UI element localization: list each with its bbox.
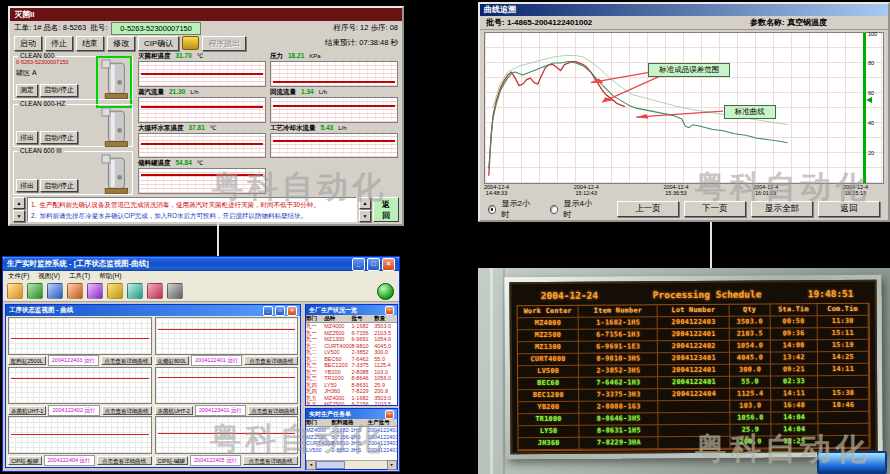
scale-marker-icon[interactable]: [866, 97, 872, 103]
next-page-button[interactable]: 下一页: [684, 201, 746, 217]
equipment-button[interactable]: 杀菌机UHT-1: [8, 406, 46, 415]
scroll-thumb[interactable]: [316, 461, 345, 469]
chart-icon[interactable]: [127, 283, 143, 299]
trend-plot: [138, 61, 266, 87]
trend-label: 蒸汽流量: [138, 88, 164, 97]
close-button[interactable]: ×: [385, 306, 394, 315]
new-doc-icon[interactable]: [7, 283, 23, 299]
radio-4h-label: 显示4小时: [563, 198, 597, 220]
start-stop-button[interactable]: 启动/停止: [40, 179, 78, 192]
mini-trend-chart: 压力 18.21 KPa: [270, 52, 398, 87]
panel-titlebar: 全厂生产状况一览 ×: [306, 305, 397, 315]
print-icon[interactable]: [167, 283, 183, 299]
trend-label: 压力: [270, 52, 283, 61]
y-tick: 60: [868, 90, 882, 96]
equipment-button[interactable]: CIP站-酸罐: [8, 456, 42, 465]
table-row[interactable]: LV500 2-3852-3HS 2004122401: [306, 447, 397, 454]
column-header: 批号: [351, 315, 374, 322]
equipment-button[interactable]: CIP站-碱罐: [155, 456, 189, 465]
led-board-photo: 2004-12-24 Processing Schedule 19:48:51 …: [478, 268, 890, 474]
start-stop-button[interactable]: 启动/停止: [40, 131, 78, 144]
detail-curve-button[interactable]: 点击查看详细曲线: [97, 456, 152, 465]
process-chart-cell: CIP站-酸罐 2004122404 运行 点击查看详细曲线: [8, 416, 152, 466]
detail-curve-button[interactable]: 点击查看详细曲线: [244, 356, 298, 365]
toolbar: [3, 281, 399, 302]
close-button[interactable]: ×: [287, 306, 297, 316]
control-button[interactable]: 启动: [14, 36, 42, 51]
x-axis-labels: 2004-12-4 14:48:33 2004-12-4 15:12:43 20…: [480, 184, 888, 198]
group-title: CLEAN 600: [18, 52, 56, 59]
control-button[interactable]: 修改: [107, 36, 135, 51]
scroll-down-button[interactable]: ▼: [13, 210, 25, 222]
process-chart-cell: 杀菌机UHT-1 2004122402 运行 点击查看详细曲线: [8, 367, 152, 417]
close-button[interactable]: ×: [385, 410, 394, 419]
measure-button[interactable]: 测定: [16, 84, 38, 97]
scroll-left-icon[interactable]: ◄: [306, 460, 316, 470]
prev-page-button[interactable]: 上一页: [617, 201, 679, 217]
tank-icon[interactable]: [98, 106, 130, 154]
show-all-button[interactable]: 显示全部: [751, 201, 813, 217]
process-trend-plot: [155, 416, 299, 454]
scroll-up-button[interactable]: ▲: [359, 197, 371, 209]
scroll-down-button[interactable]: ▼: [359, 210, 371, 222]
detail-curve-button[interactable]: 点击查看详细曲线: [102, 406, 152, 415]
process-trend-plot: [8, 317, 152, 355]
control-button[interactable]: 结束: [76, 36, 104, 51]
table-row[interactable]: 乳五 MZ2500 6-7156 2103.5: [306, 401, 397, 405]
scroll-up-button[interactable]: ▲: [13, 197, 25, 209]
xp-titlebar: 生产实时监控系统 - [工序状态监视图-曲线] _ □ ×: [3, 257, 399, 271]
equipment-button[interactable]: 化糖缸800L: [155, 356, 190, 365]
drain-button[interactable]: 排出: [16, 179, 38, 192]
trend-label: 大循环水泵温度: [138, 124, 184, 133]
return-button[interactable]: 返回: [373, 197, 399, 222]
search-icon[interactable]: [47, 283, 63, 299]
group-batch-note: 0-5263-52300007150: [16, 59, 90, 65]
radio-2h-label: 显示2小时: [501, 198, 535, 220]
trend-value: 18.21: [288, 52, 304, 59]
tank-icon[interactable]: [98, 58, 130, 106]
trend-line: [11, 378, 149, 379]
start-stop-button[interactable]: 启动/停止: [40, 84, 78, 97]
trend-value: 1.34: [301, 88, 314, 95]
maximize-button[interactable]: □: [275, 306, 285, 316]
alarm-lamp-icon: [182, 36, 199, 50]
control-button[interactable]: CIP确认: [138, 36, 179, 51]
scroll-right-icon[interactable]: ►: [387, 460, 397, 470]
alarm-icon[interactable]: [107, 283, 123, 299]
process-chart-grid: 配料缸2500L 2004122403 运行 点击查看详细曲线 化糖缸800: [6, 316, 300, 467]
menu-item[interactable]: 文件(F): [8, 272, 29, 281]
menu-bar: 文件(F)视图(V)工具(T)帮助(H): [3, 271, 399, 281]
menu-item[interactable]: 视图(V): [38, 272, 60, 281]
detail-curve-button[interactable]: 点击查看详细曲线: [248, 406, 298, 415]
plant-status-panel: 全厂生产状况一览 × 部门品种批号数量 乳一 MZ4000 1-1682 350…: [305, 304, 398, 406]
horizontal-scrollbar[interactable]: ◄ ►: [306, 460, 397, 469]
detail-curve-button[interactable]: 点击查看详细曲线: [243, 456, 298, 465]
window-title: 灭菌II: [10, 8, 402, 21]
drain-button[interactable]: 排出: [16, 131, 38, 144]
config-icon[interactable]: [87, 283, 103, 299]
detail-curve-button[interactable]: 点击查看详细曲线: [101, 356, 152, 365]
minimize-button[interactable]: _: [263, 306, 273, 316]
tank-icon[interactable]: [98, 153, 130, 201]
minimize-button[interactable]: _: [352, 258, 365, 271]
equipment-button[interactable]: 配料缸2500L: [8, 356, 46, 365]
back-button[interactable]: 返回: [818, 201, 880, 217]
open-project-icon[interactable]: [27, 283, 43, 299]
equipment-button[interactable]: 杀菌机UHT-2: [155, 406, 193, 415]
report-icon[interactable]: [147, 283, 163, 299]
mail-icon[interactable]: [67, 283, 83, 299]
skip-step-button[interactable]: 程序跳出: [202, 36, 246, 51]
menu-item[interactable]: 帮助(H): [99, 272, 121, 281]
led-data-row: JH360 7-8229-3HA 200.9 12:25: [518, 436, 869, 450]
table-body: MZ4000 1-1682-1HS 2004122403 MZ2500 6-71…: [306, 427, 397, 460]
menu-item[interactable]: 工具(T): [69, 272, 90, 281]
trend-line: [141, 174, 263, 176]
radio-show-4h[interactable]: [550, 205, 558, 214]
control-button[interactable]: 停止: [45, 36, 73, 51]
y-tick: 100: [868, 31, 882, 37]
table-body: 乳一 MZ4000 1-1682 3503.0 乳一 MZ2500 6-7156…: [306, 323, 397, 405]
close-button[interactable]: ×: [382, 258, 395, 271]
batch-status-field: 2004122401 运行: [191, 355, 242, 366]
maximize-button[interactable]: □: [367, 258, 380, 271]
radio-show-2h[interactable]: [488, 205, 496, 214]
